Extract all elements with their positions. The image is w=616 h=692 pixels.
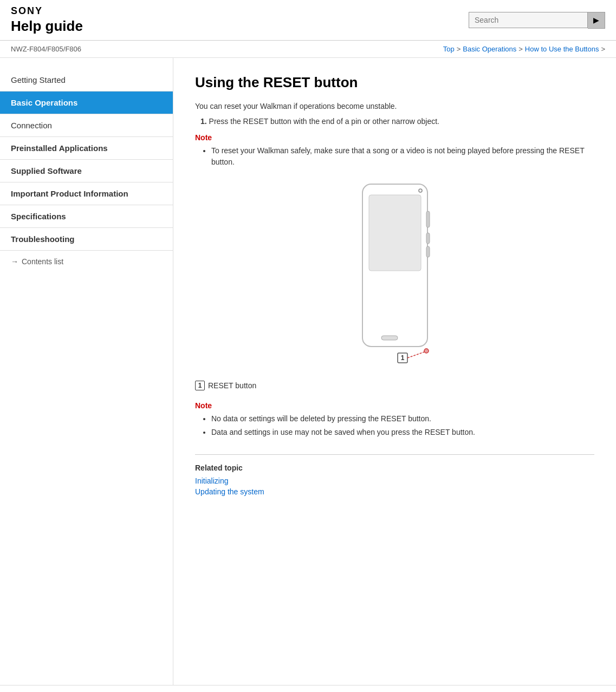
note-label-2: Note: [195, 401, 594, 410]
sidebar-item-important-product-information[interactable]: Important Product Information: [0, 182, 173, 205]
sidebar-item-preinstalled-applications[interactable]: Preinstalled Applications: [0, 137, 173, 160]
svg-text:1: 1: [400, 354, 404, 362]
footer: © 2012 Sony Corporation: [0, 685, 616, 692]
note-1-item-0: To reset your Walkman safely, make sure …: [211, 145, 594, 168]
device-illustration: 1: [335, 179, 455, 368]
sidebar-item-supplied-software[interactable]: Supplied Software: [0, 160, 173, 182]
svg-rect-10: [426, 246, 430, 257]
related-section: Related topic Initializing Updating the …: [195, 454, 594, 496]
help-guide-title: Help guide: [11, 18, 83, 35]
svg-line-7: [407, 352, 424, 358]
svg-rect-9: [426, 233, 430, 244]
sidebar-item-getting-started[interactable]: Getting Started: [0, 69, 173, 92]
related-link-initializing[interactable]: Initializing: [195, 476, 594, 485]
search-button[interactable]: ▶: [588, 12, 605, 29]
note-list-2: No data or settings will be deleted by p…: [211, 413, 594, 438]
caption-block: 1 RESET button: [195, 381, 594, 390]
contents-list-link[interactable]: → Contents list: [0, 251, 173, 272]
search-input[interactable]: [469, 12, 588, 28]
breadcrumb-sep-1: >: [457, 45, 461, 53]
breadcrumb-basic-operations[interactable]: Basic Operations: [463, 45, 516, 53]
svg-point-4: [424, 349, 429, 353]
header: SONY Help guide ▶: [0, 0, 616, 41]
note-2-item-0: No data or settings will be deleted by p…: [211, 413, 594, 425]
note-block-1: Note To reset your Walkman safely, make …: [195, 133, 594, 168]
breadcrumb-sep-3: >: [601, 45, 605, 53]
sidebar-item-specifications[interactable]: Specifications: [0, 205, 173, 228]
device-svg-wrapper: 1: [335, 179, 455, 370]
note-2-item-1: Data and settings in use may not be save…: [211, 427, 594, 438]
device-model: NWZ-F804/F805/F806: [11, 45, 81, 53]
note-list-1: To reset your Walkman safely, make sure …: [211, 145, 594, 168]
breadcrumb: Top > Basic Operations > How to Use the …: [443, 45, 605, 53]
breadcrumb-how-to-use[interactable]: How to Use the Buttons: [525, 45, 599, 53]
intro-text: You can reset your Walkman if operations…: [195, 102, 594, 110]
caption-num-badge: 1: [195, 381, 205, 390]
svg-rect-1: [369, 195, 421, 271]
related-topic-title: Related topic: [195, 463, 594, 472]
related-link-updating[interactable]: Updating the system: [195, 487, 594, 496]
step-1: 1. Press the RESET button with the end o…: [200, 117, 594, 126]
note-label-1: Note: [195, 133, 594, 142]
sidebar-item-basic-operations[interactable]: Basic Operations: [0, 92, 173, 114]
page-title: Using the RESET button: [195, 74, 594, 91]
content-area: Using the RESET button You can reset you…: [173, 58, 616, 685]
device-image-container: 1: [195, 179, 594, 370]
caption-text: RESET button: [208, 381, 256, 390]
sidebar-item-troubleshooting[interactable]: Troubleshooting: [0, 228, 173, 251]
main-layout: Getting Started Basic Operations Connect…: [0, 58, 616, 685]
arrow-icon: →: [11, 257, 18, 266]
note-block-2: Note No data or settings will be deleted…: [195, 401, 594, 438]
breadcrumb-top[interactable]: Top: [443, 45, 455, 53]
sony-logo: SONY: [11, 5, 83, 17]
step-num: 1.: [200, 117, 207, 126]
sidebar-item-connection[interactable]: Connection: [0, 114, 173, 137]
sidebar: Getting Started Basic Operations Connect…: [0, 58, 173, 685]
svg-rect-8: [426, 211, 430, 227]
step-1-text: Press the RESET button with the end of a…: [209, 117, 439, 126]
breadcrumb-bar: NWZ-F804/F805/F806 Top > Basic Operation…: [0, 41, 616, 58]
header-left: SONY Help guide: [11, 5, 83, 35]
breadcrumb-sep-2: >: [518, 45, 523, 53]
svg-rect-3: [381, 336, 398, 340]
contents-list-label: Contents list: [22, 257, 63, 266]
header-right: ▶: [469, 12, 605, 29]
